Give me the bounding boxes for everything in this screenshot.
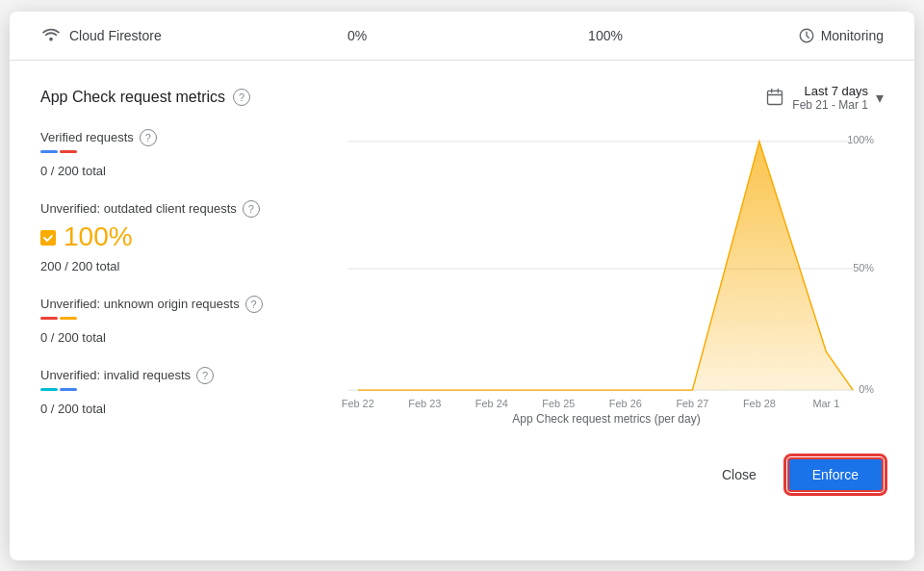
metric-verified-label-row: Verified requests ? [40,129,314,146]
chart-wrapper: 100% 50% 0% [329,129,884,408]
percent-100: 100% [481,28,730,43]
svg-text:50%: 50% [853,261,874,273]
main-content: App Check request metrics ? Last 7 days … [10,61,914,438]
help-icon[interactable]: ? [233,89,250,106]
invalid-line-blue [60,388,77,391]
outdated-help-icon[interactable]: ? [243,200,260,218]
svg-text:Mar 1: Mar 1 [812,398,839,408]
chart-area [358,141,853,389]
clock-icon [798,27,815,44]
metric-verified-value: 0 / 200 total [40,164,106,178]
svg-point-0 [49,37,53,40]
metric-outdated-label-row: Unverified: outdated client requests ? [40,200,314,218]
metric-invalid-label-row: Unverified: invalid requests ? [40,367,314,384]
svg-text:Feb 23: Feb 23 [408,398,441,408]
unknown-line-red [40,317,58,320]
metric-invalid-label: Unverified: invalid requests [40,368,191,382]
svg-text:Feb 28: Feb 28 [743,398,776,408]
date-range-label: Last 7 days [792,84,868,98]
date-range-button[interactable]: Last 7 days Feb 21 - Mar 1 ▾ [765,84,884,112]
metric-unverified-invalid: Unverified: invalid requests ? 0 / 200 t… [40,367,314,417]
body-row: Verified requests ? 0 / 200 total Unveri… [40,129,884,438]
invalid-line-cyan [40,388,58,391]
metric-unknown-value: 0 / 200 total [40,330,106,345]
dialog: Cloud Firestore 0% 100% Monitoring App C… [10,12,914,560]
verified-line-red [60,150,77,153]
chevron-down-icon: ▾ [876,89,884,107]
metric-unverified-unknown: Unverified: unknown origin requests ? 0 … [40,296,314,346]
monitoring-label: Monitoring [821,28,884,43]
percent-0: 0% [233,28,481,43]
top-bar: Cloud Firestore 0% 100% Monitoring [10,12,914,61]
svg-text:Feb 22: Feb 22 [342,398,374,408]
invalid-line [40,388,314,395]
section-title-row: App Check request metrics ? [40,89,250,106]
footer: Close Enforce [10,438,914,511]
svg-text:0%: 0% [859,383,874,395]
close-button[interactable]: Close [706,459,772,490]
unknown-line [40,317,314,324]
metric-invalid-value: 0 / 200 total [40,402,106,416]
firestore-icon [40,25,62,46]
date-range-text: Last 7 days Feb 21 - Mar 1 [792,84,868,112]
svg-text:100%: 100% [847,133,874,144]
verified-line [40,150,314,157]
chart-x-label: App Check request metrics (per day) [329,412,884,426]
verified-line-blue [40,150,58,153]
outdated-percent-row: 100% [40,221,314,254]
metric-unknown-label: Unverified: unknown origin requests [40,297,240,311]
outdated-percent: 100% [64,221,133,252]
metric-outdated-value: 200 / 200 total [40,259,119,273]
svg-rect-2 [768,91,783,104]
checkbox-orange [40,230,56,246]
svg-text:Feb 27: Feb 27 [676,398,708,408]
metric-unknown-label-row: Unverified: unknown origin requests ? [40,296,314,313]
verified-help-icon[interactable]: ? [140,129,157,146]
section-header: App Check request metrics ? Last 7 days … [40,84,884,112]
metric-verified-label: Verified requests [40,130,134,144]
date-range-sub: Feb 21 - Mar 1 [792,98,868,112]
invalid-help-icon[interactable]: ? [196,367,214,384]
svg-text:Feb 26: Feb 26 [609,398,642,408]
service-info: Cloud Firestore [40,25,233,46]
svg-text:Feb 24: Feb 24 [475,398,508,408]
chart-column: 100% 50% 0% [329,129,884,438]
calendar-icon [765,88,784,107]
svg-text:Feb 25: Feb 25 [542,398,575,408]
monitoring-link[interactable]: Monitoring [730,27,884,44]
enforce-button[interactable]: Enforce [787,457,884,492]
metric-verified: Verified requests ? 0 / 200 total [40,129,314,179]
metrics-column: Verified requests ? 0 / 200 total Unveri… [40,129,329,438]
unknown-line-orange [60,317,77,320]
metric-unverified-outdated: Unverified: outdated client requests ? 1… [40,200,314,274]
unknown-help-icon[interactable]: ? [245,296,263,313]
section-title: App Check request metrics [40,89,225,106]
service-name: Cloud Firestore [69,28,162,43]
chart-svg: 100% 50% 0% [329,129,884,408]
metric-outdated-label: Unverified: outdated client requests [40,201,237,216]
